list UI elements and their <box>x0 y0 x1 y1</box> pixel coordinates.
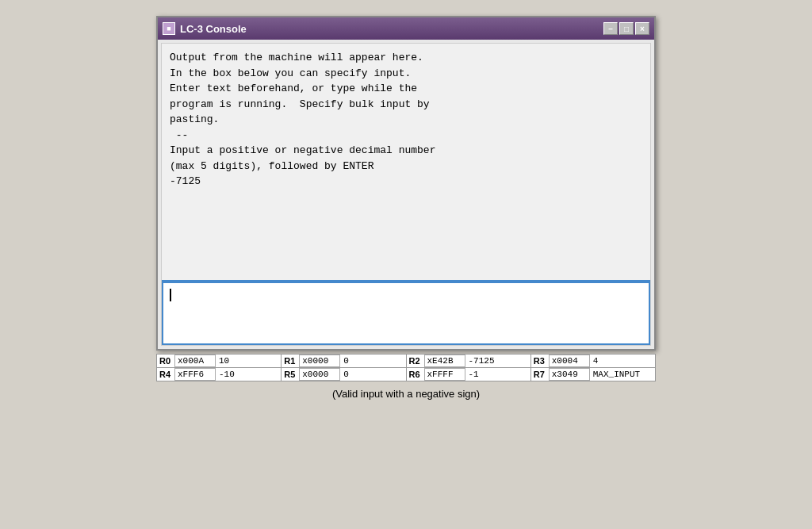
register-hex: x0000 <box>299 368 340 381</box>
register-dec: -7125 <box>465 355 509 366</box>
output-line: (max 5 digits), followed by ENTER <box>170 159 642 174</box>
output-line: pasting. <box>170 112 642 128</box>
register-hex: xFFFF <box>424 368 465 381</box>
register-group: R3x00044 <box>531 355 655 367</box>
register-hex: x0004 <box>549 355 590 367</box>
register-row: R0x000A10R1x00000R2xE42B-7125R3x00044 <box>156 354 656 367</box>
lc3-console-window: ■ LC-3 Console – □ × Output from the mac… <box>156 16 656 351</box>
register-name: R1 <box>282 355 299 367</box>
caption: (Valid input with a negative sign) <box>332 388 480 400</box>
window-title: LC-3 Console <box>180 23 247 35</box>
register-dec: -1 <box>465 369 509 380</box>
registers-panel: R0x000A10R1x00000R2xE42B-7125R3x00044R4x… <box>156 354 656 381</box>
register-group: R0x000A10 <box>157 355 282 367</box>
register-hex: xFFF6 <box>174 368 216 381</box>
title-bar: ■ LC-3 Console – □ × <box>158 17 654 40</box>
title-bar-left: ■ LC-3 Console <box>163 22 247 35</box>
register-group: R7x3049MAX_INPUT <box>531 368 655 381</box>
register-group: R4xFFF6-10 <box>157 368 282 381</box>
maximize-button[interactable]: □ <box>619 22 634 35</box>
output-line: -7125 <box>170 174 642 190</box>
close-button[interactable]: × <box>635 22 649 35</box>
register-name: R3 <box>531 355 549 367</box>
register-dec: -10 <box>216 369 259 380</box>
register-group: R6xFFFF-1 <box>407 368 531 381</box>
output-line: program is running. Specify bulk input b… <box>170 97 642 113</box>
register-name: R6 <box>407 368 424 381</box>
register-row: R4xFFF6-10R5x00000R6xFFFF-1R7x3049MAX_IN… <box>156 367 656 381</box>
output-line: Enter text beforehand, or type while the <box>170 81 642 97</box>
register-group: R5x00000 <box>282 368 406 381</box>
window-icon: ■ <box>163 22 175 35</box>
input-area[interactable] <box>162 282 650 345</box>
output-line: In the box below you can specify input. <box>170 66 642 82</box>
register-dec: MAX_INPUT <box>590 369 643 380</box>
register-name: R0 <box>157 355 174 367</box>
register-name: R7 <box>531 368 549 381</box>
output-line: Input a positive or negative decimal num… <box>170 143 642 159</box>
register-group: R2xE42B-7125 <box>407 355 531 367</box>
register-name: R2 <box>407 355 424 367</box>
title-bar-buttons: – □ × <box>603 22 649 35</box>
output-line: Output from the machine will appear here… <box>170 50 642 66</box>
register-dec: 0 <box>340 355 384 366</box>
cursor-line <box>170 286 171 301</box>
register-hex: x0000 <box>299 355 340 367</box>
register-hex: xE42B <box>424 355 465 367</box>
register-group: R1x00000 <box>282 355 406 367</box>
register-dec: 4 <box>590 355 634 366</box>
register-dec: 10 <box>216 355 259 366</box>
register-hex: x000A <box>174 355 216 367</box>
register-name: R4 <box>157 368 174 381</box>
text-cursor <box>170 289 171 301</box>
window-body: Output from the machine will appear here… <box>161 43 651 346</box>
register-dec: 0 <box>340 369 384 380</box>
register-name: R5 <box>282 368 299 381</box>
register-hex: x3049 <box>549 368 590 381</box>
output-line: -- <box>170 128 642 144</box>
output-area: Output from the machine will appear here… <box>162 44 650 282</box>
minimize-button[interactable]: – <box>603 22 618 35</box>
